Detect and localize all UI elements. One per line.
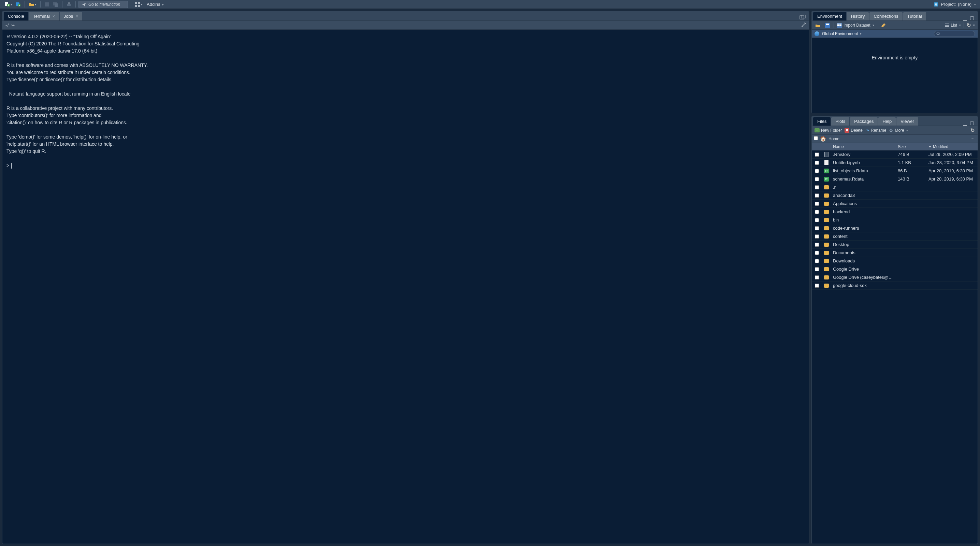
goto-file-input[interactable]: Go to file/function [78,1,128,8]
console-output[interactable]: R version 4.0.2 (2020-06-22) -- "Taking … [2,30,809,544]
save-workspace-icon[interactable] [824,22,831,29]
goto-path-icon[interactable]: ⋯ [969,136,975,142]
tab-environment[interactable]: Environment [813,12,846,21]
tab-history[interactable]: History [847,12,869,21]
close-icon[interactable]: × [76,14,78,19]
maximize-icon[interactable]: ▢ [970,120,974,126]
new-file-button[interactable]: ▾ [3,1,13,8]
col-size[interactable]: Size [896,144,926,149]
file-name[interactable]: content [831,234,896,239]
open-file-button[interactable]: ▾ [28,1,38,8]
minimize-icon[interactable]: ▁ [963,15,967,21]
table-row[interactable]: Desktop [812,240,978,249]
row-checkbox[interactable] [815,169,819,173]
table-row[interactable]: Documents [812,249,978,257]
file-name[interactable]: bin [831,217,896,223]
more-button[interactable]: ⚙More▾ [889,127,908,133]
table-row[interactable]: .r [812,183,978,191]
col-name[interactable]: Name [831,144,896,149]
close-icon[interactable]: × [52,14,55,19]
col-modified[interactable]: ▼Modified [926,144,978,149]
tab-plots[interactable]: Plots [831,117,849,126]
load-workspace-icon[interactable] [815,22,821,29]
tab-console[interactable]: Console [4,12,28,21]
row-checkbox[interactable] [815,185,819,189]
row-checkbox[interactable] [815,275,819,280]
file-name[interactable]: Applications [831,201,896,206]
tab-viewer[interactable]: Viewer [896,117,918,126]
table-row[interactable]: Google Drive [812,265,978,273]
row-checkbox[interactable] [815,259,819,263]
row-checkbox[interactable] [815,226,819,230]
file-name[interactable]: .Rhistory [831,152,896,157]
row-checkbox[interactable] [815,202,819,206]
rename-button[interactable]: ↷Rename [865,127,886,133]
delete-button[interactable]: ✖Delete [845,128,862,133]
file-name[interactable]: Untitled.ipynb [831,160,896,165]
select-all-checkbox[interactable] [814,136,818,140]
table-row[interactable]: list_objects.Rdata86 BApr 20, 2019, 6:30… [812,167,978,175]
new-project-button[interactable] [14,1,22,8]
file-name[interactable]: anaconda3 [831,193,896,198]
row-checkbox[interactable] [815,161,819,165]
row-checkbox[interactable] [815,234,819,239]
table-row[interactable]: Applications [812,200,978,208]
table-row[interactable]: Downloads [812,257,978,265]
file-list[interactable]: .Rhistory746 BJul 29, 2020, 2:09 PMUntit… [812,151,978,544]
panes-button[interactable]: ▾ [134,1,144,8]
table-row[interactable]: Untitled.ipynb1.1 KBJan 28, 2020, 3:04 P… [812,159,978,167]
row-checkbox[interactable] [815,243,819,247]
table-row[interactable]: bin [812,216,978,224]
row-checkbox[interactable] [815,251,819,255]
popout-icon[interactable] [800,15,806,21]
env-search-input[interactable] [934,31,975,37]
file-name[interactable]: schemas.Rdata [831,177,896,181]
file-name[interactable]: Desktop [831,242,896,247]
table-row[interactable]: code-runners [812,224,978,232]
tab-jobs[interactable]: Jobs× [60,12,82,21]
file-name[interactable]: code-runners [831,226,896,231]
print-button[interactable] [65,1,73,8]
table-row[interactable]: Google Drive (caseybates@gmai… [812,273,978,282]
goto-dir-icon[interactable]: ↪ [11,23,15,28]
addins-menu[interactable]: Addins ▾ [145,2,164,7]
home-icon[interactable]: 🏠 [820,136,826,142]
file-name[interactable]: google-cloud-sdk [831,283,896,288]
env-view-toggle[interactable]: List ▾ [945,23,961,28]
file-name[interactable]: backend [831,209,896,214]
clear-console-icon[interactable] [801,22,806,28]
save-button[interactable] [43,1,51,8]
tab-terminal[interactable]: Terminal× [29,12,59,21]
file-name[interactable]: Downloads [831,258,896,263]
maximize-icon[interactable]: ▢ [970,15,974,21]
minimize-icon[interactable]: ▁ [963,120,967,126]
row-checkbox[interactable] [815,283,819,288]
file-name[interactable]: Google Drive [831,266,896,272]
row-checkbox[interactable] [815,218,819,222]
table-row[interactable]: schemas.Rdata143 BApr 20, 2019, 6:30 PM [812,175,978,183]
tab-files[interactable]: Files [813,117,830,126]
row-checkbox[interactable] [815,210,819,214]
tab-help[interactable]: Help [878,117,896,126]
row-checkbox[interactable] [815,177,819,181]
row-checkbox[interactable] [815,194,819,197]
import-dataset-button[interactable]: Import Dataset ▾ [837,23,874,28]
clear-env-icon[interactable] [880,22,887,29]
tab-tutorial[interactable]: Tutorial [903,12,926,21]
file-name[interactable]: Google Drive (caseybates@gmai… [831,275,896,280]
project-picker[interactable]: R Project: (None) ▾ [933,2,978,7]
tab-connections[interactable]: Connections [869,12,902,21]
refresh-env-icon[interactable]: ↻▾ [967,22,975,28]
table-row[interactable]: google-cloud-sdk [812,282,978,290]
table-row[interactable]: content [812,232,978,240]
table-row[interactable]: .Rhistory746 BJul 29, 2020, 2:09 PM [812,151,978,159]
file-name[interactable]: list_objects.Rdata [831,168,896,174]
new-folder-button[interactable]: New Folder [815,128,842,133]
table-row[interactable]: anaconda3 [812,191,978,200]
row-checkbox[interactable] [815,153,819,157]
row-checkbox[interactable] [815,267,819,271]
tab-packages[interactable]: Packages [850,117,878,126]
refresh-files-icon[interactable]: ↻ [970,127,975,134]
file-name[interactable]: Documents [831,250,896,255]
env-scope-picker[interactable]: Global Environment ▾ [822,32,862,36]
